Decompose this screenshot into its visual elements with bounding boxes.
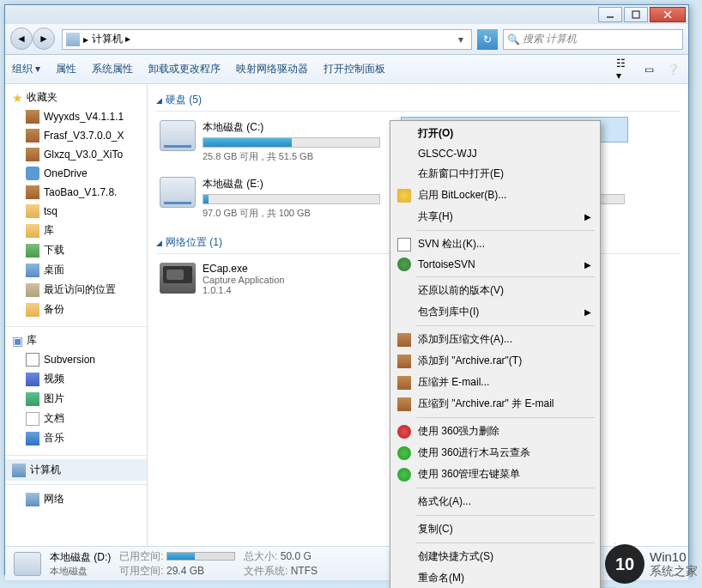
sidebar-computer[interactable]: 计算机 (5, 459, 147, 481)
sidebar-item[interactable]: 视频 (5, 369, 147, 389)
recent-icon (26, 283, 39, 297)
sidebar-item[interactable]: OneDrive (5, 164, 147, 183)
toolbar: 组织 ▾ 属性 系统属性 卸载或更改程序 映射网络驱动器 打开控制面板 ☷ ▾ … (5, 55, 688, 84)
rar-icon (397, 333, 411, 347)
search-icon: 🔍 (507, 33, 519, 45)
sidebar-item[interactable]: 下载 (5, 240, 147, 260)
netloc-item[interactable]: ECap.exe Capture Application 1.0.1.4 (156, 259, 384, 299)
view-icon[interactable]: ☷ ▾ (616, 61, 633, 78)
search-placeholder: 搜索 计算机 (523, 32, 577, 46)
help-icon[interactable]: ❔ (664, 61, 681, 78)
svn-icon (26, 353, 39, 367)
drive-item[interactable]: 本地磁盘 (C:)25.8 GB 可用 , 共 51.5 GB (156, 117, 384, 167)
vid-icon (26, 373, 39, 386)
close-button[interactable] (650, 7, 686, 22)
preview-icon[interactable]: ▭ (640, 61, 657, 78)
context-menu-item[interactable]: 重命名(M) (392, 567, 598, 588)
navbar: ◄ ► ▸ 计算机 ▸ ▾ ↻ 🔍 搜索 计算机 (5, 24, 688, 55)
sidebar-libraries-header[interactable]: ▣库 (5, 330, 147, 350)
tool-uninstall[interactable]: 卸载或更改程序 (148, 62, 221, 76)
context-menu-item[interactable]: 添加到 "Archive.rar"(T) (392, 350, 598, 372)
context-menu-item[interactable]: 压缩并 E-mail... (392, 372, 598, 393)
context-menu-item[interactable]: 共享(H)▶ (392, 206, 598, 227)
nav-back-forward[interactable]: ◄ ► (10, 27, 57, 52)
folder-icon (26, 204, 39, 218)
tool-system-properties[interactable]: 系统属性 (92, 62, 133, 76)
tool-properties[interactable]: 属性 (56, 62, 76, 76)
rar-icon (397, 397, 411, 411)
context-menu-item[interactable]: 还原以前的版本(V) (392, 280, 598, 301)
submenu-arrow-icon: ▶ (584, 307, 591, 317)
sidebar-item[interactable]: Subversion (5, 350, 147, 369)
drive-icon (160, 120, 196, 151)
address-bar[interactable]: ▸ 计算机 ▸ ▾ (62, 29, 472, 50)
context-menu-item[interactable]: 使用 360管理右键菜单 (392, 464, 598, 485)
sidebar-item[interactable]: 库 (5, 221, 147, 240)
context-menu-item[interactable]: 添加到压缩文件(A)... (392, 329, 598, 350)
context-menu-item[interactable]: 启用 BitLocker(B)... (392, 185, 598, 206)
sidebar-item[interactable]: 文档 (5, 409, 147, 428)
svg-rect-1 (632, 11, 639, 18)
context-menu-item[interactable]: 在新窗口中打开(E) (392, 163, 598, 185)
breadcrumb[interactable]: 计算机 ▸ (92, 32, 451, 46)
submenu-arrow-icon: ▶ (584, 260, 591, 270)
rar-icon (26, 185, 39, 199)
context-menu-item[interactable]: 复制(C) (392, 518, 598, 540)
sidebar-item[interactable]: tsq (5, 202, 147, 221)
cloud-icon (26, 167, 39, 180)
s360-icon (397, 468, 411, 482)
rar-icon (26, 110, 39, 124)
sidebar-item[interactable]: 备份 (5, 300, 147, 319)
forward-button[interactable]: ► (33, 27, 55, 50)
tort-icon (397, 258, 411, 271)
svn-icon (397, 238, 411, 252)
context-menu-item[interactable]: 打开(O) (392, 123, 598, 144)
tool-map-drive[interactable]: 映射网络驱动器 (236, 62, 308, 76)
doc-icon (26, 412, 39, 426)
tool-organize[interactable]: 组织 ▾ (12, 62, 40, 76)
address-dropdown[interactable]: ▾ (454, 31, 468, 48)
sidebar-item[interactable]: Glxzq_V3.0_XiTo (5, 145, 147, 164)
titlebar (5, 5, 688, 24)
sidebar-item[interactable]: TaoBao_V1.7.8. (5, 183, 147, 202)
context-menu-item[interactable]: GLSCC-WJJ (392, 144, 598, 163)
back-button[interactable]: ◄ (10, 27, 33, 50)
disk-section-header[interactable]: ◢硬盘 (5) (156, 89, 680, 112)
s360-icon (397, 446, 411, 460)
minimize-button[interactable] (598, 7, 622, 22)
maximize-button[interactable] (624, 7, 648, 22)
folder-icon (26, 303, 39, 317)
context-menu-item[interactable]: 创建快捷方式(S) (392, 546, 598, 567)
sidebar-network[interactable]: 网络 (5, 488, 147, 510)
context-menu-item[interactable]: 使用 360进行木马云查杀 (392, 442, 598, 464)
search-box[interactable]: 🔍 搜索 计算机 (503, 29, 683, 50)
sidebar-favorites-header[interactable]: ★收藏夹 (5, 88, 147, 107)
dl-icon (26, 244, 39, 258)
rar-icon (26, 148, 39, 161)
sidebar-item[interactable]: Frasf_V3.7.0.0_X (5, 126, 147, 145)
sidebar: ★收藏夹 Wyyxds_V4.1.1.1Frasf_V3.7.0.0_XGlxz… (5, 84, 148, 546)
sidebar-item[interactable]: Wyyxds_V4.1.1.1 (5, 107, 147, 126)
watermark: 10 Win10 系统之家 (605, 544, 698, 584)
context-menu: 打开(O)GLSCC-WJJ在新窗口中打开(E)启用 BitLocker(B).… (390, 120, 601, 588)
submenu-arrow-icon: ▶ (584, 212, 591, 221)
sidebar-item[interactable]: 音乐 (5, 428, 147, 448)
rar-icon (397, 376, 411, 390)
context-menu-item[interactable]: SVN 检出(K)... (392, 233, 598, 255)
context-menu-item[interactable]: 使用 360强力删除 (392, 421, 598, 442)
sidebar-item[interactable]: 桌面 (5, 260, 147, 280)
music-icon (26, 432, 39, 446)
refresh-button[interactable]: ↻ (477, 29, 498, 50)
drive-icon (14, 552, 41, 576)
tool-control-panel[interactable]: 打开控制面板 (324, 62, 385, 76)
sidebar-item[interactable]: 图片 (5, 389, 147, 409)
pic-icon (26, 392, 39, 406)
context-menu-item[interactable]: 压缩到 "Archive.rar" 并 E-mail (392, 393, 598, 415)
drive-item[interactable]: 本地磁盘 (E:)97.0 GB 可用 , 共 100 GB (156, 173, 384, 223)
context-menu-item[interactable]: TortoiseSVN▶ (392, 255, 598, 274)
sidebar-item[interactable]: 最近访问的位置 (5, 280, 147, 300)
s360r-icon (397, 425, 411, 439)
context-menu-item[interactable]: 格式化(A)... (392, 491, 598, 512)
context-menu-item[interactable]: 包含到库中(I)▶ (392, 301, 598, 323)
shield-icon (397, 189, 411, 203)
